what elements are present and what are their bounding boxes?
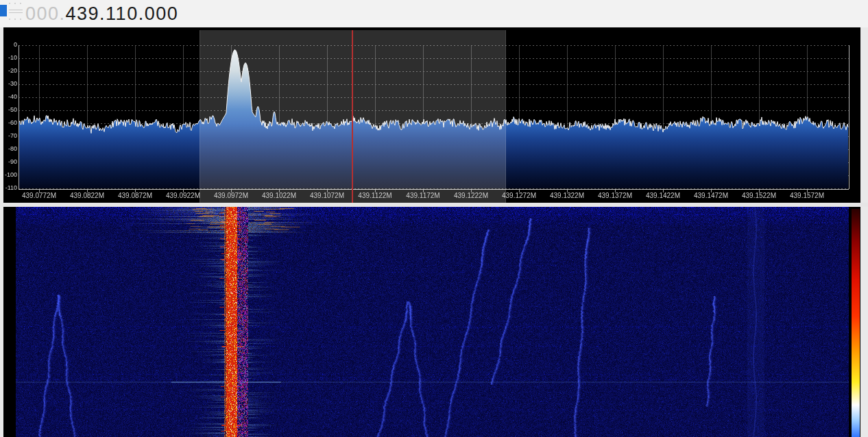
freq-axis-label: 439.0872M bbox=[111, 192, 159, 199]
grip-tick bbox=[9, 3, 10, 4]
db-axis-label: 0 bbox=[3, 41, 17, 48]
db-axis-label: -90 bbox=[3, 158, 17, 165]
tuning-line[interactable] bbox=[352, 30, 353, 203]
freq-axis-label: 439.1122M bbox=[351, 192, 399, 199]
db-axis-label: -80 bbox=[3, 145, 17, 152]
sdr-app: 000. 439.110.000 0-10-20-30-40-50-60-70-… bbox=[0, 0, 868, 437]
db-axis-label: -60 bbox=[3, 119, 17, 126]
db-axis-label: -100 bbox=[3, 171, 17, 178]
db-axis-label: -110 bbox=[3, 184, 17, 191]
grip-tick bbox=[14, 18, 16, 20]
frequency-leading-zeros[interactable]: 000. bbox=[25, 3, 66, 25]
tuner-slider-handle[interactable] bbox=[0, 5, 7, 16]
freq-axis-label: 439.1222M bbox=[447, 192, 495, 199]
db-axis-label: -10 bbox=[3, 54, 17, 61]
spectrum-panel: 0-10-20-30-40-50-60-70-80-90-100-110439.… bbox=[3, 27, 860, 203]
drag-grip-icon[interactable] bbox=[9, 10, 23, 10]
frequency-value[interactable]: 439.110.000 bbox=[66, 3, 179, 25]
frequency-bar: 000. 439.110.000 bbox=[0, 0, 868, 27]
freq-axis-label: 439.1022M bbox=[255, 192, 303, 199]
freq-axis-label: 439.0772M bbox=[15, 192, 63, 199]
db-axis-label: -40 bbox=[3, 93, 17, 100]
intensity-legend bbox=[852, 209, 860, 437]
grip-tick bbox=[14, 3, 16, 4]
freq-axis-label: 439.0972M bbox=[207, 192, 255, 199]
waterfall-panel bbox=[3, 207, 860, 437]
freq-axis-label: 439.1272M bbox=[495, 192, 543, 199]
grip-tick bbox=[20, 18, 21, 20]
frequency-display[interactable]: 000. 439.110.000 bbox=[25, 1, 178, 27]
freq-axis-label: 439.1522M bbox=[735, 192, 783, 199]
grip-tick bbox=[9, 18, 10, 20]
drag-grip-icon[interactable] bbox=[9, 12, 23, 13]
db-axis-label: -70 bbox=[3, 132, 17, 139]
freq-axis-label: 439.1322M bbox=[543, 192, 591, 199]
freq-axis-label: 439.1372M bbox=[591, 192, 639, 199]
freq-axis-label: 439.0822M bbox=[63, 192, 111, 199]
grip-tick bbox=[20, 3, 21, 4]
db-axis-label: -30 bbox=[3, 80, 17, 87]
db-axis-label: -50 bbox=[3, 106, 17, 113]
freq-axis-label: 439.1572M bbox=[783, 192, 831, 199]
freq-axis-label: 439.0922M bbox=[159, 192, 207, 199]
db-axis-label: -20 bbox=[3, 67, 17, 74]
waterfall-canvas[interactable] bbox=[16, 207, 849, 437]
freq-axis-label: 439.1172M bbox=[399, 192, 447, 199]
freq-axis-label: 439.1422M bbox=[639, 192, 687, 199]
freq-axis-label: 439.1472M bbox=[687, 192, 735, 199]
freq-axis-label: 439.1072M bbox=[303, 192, 351, 199]
